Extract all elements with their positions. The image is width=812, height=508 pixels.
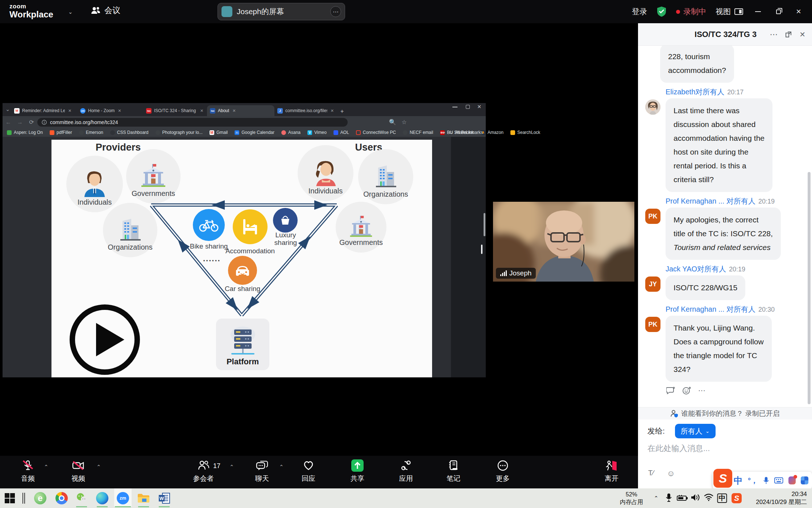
- security-shield-icon[interactable]: [656, 6, 667, 17]
- chat-messages[interactable]: 228, tourism accommodation? Elizabeth对所有…: [638, 46, 812, 407]
- bookmark-item[interactable]: Photograph your lo...: [156, 130, 203, 135]
- bookmark-item[interactable]: Emerson: [79, 130, 103, 135]
- add-reaction-icon[interactable]: [682, 386, 692, 395]
- browser-tab[interactable]: J committee.iso.org/files/live/site✕: [274, 105, 337, 116]
- more-button[interactable]: 更多: [481, 459, 525, 483]
- send-to-selector[interactable]: 所有人 ⌄: [675, 424, 716, 438]
- login-button[interactable]: 登录: [632, 7, 647, 17]
- tray-speaker-icon[interactable]: [691, 493, 700, 502]
- bookmark-item[interactable]: pdfFiller: [50, 130, 72, 135]
- bookmark-item[interactable]: SearchLock: [510, 130, 540, 135]
- zoom-page-icon[interactable]: 🔍: [387, 119, 398, 126]
- participant-video-joseph[interactable]: Joseph: [493, 202, 634, 282]
- browser-restore-button[interactable]: [466, 105, 470, 109]
- browser-tab[interactable]: iso ISO/TC 324 - Sharing economy✕: [143, 105, 207, 116]
- pop-out-icon[interactable]: [785, 31, 792, 38]
- leave-button[interactable]: 离开: [590, 459, 633, 483]
- all-bookmarks-button[interactable]: ▭All Bookmarks: [449, 130, 483, 135]
- tray-wifi-icon[interactable]: [704, 493, 714, 501]
- bookmarks-overflow-icon[interactable]: »: [443, 130, 445, 135]
- video-options-chevron[interactable]: ⌃: [96, 464, 101, 470]
- tab-close-icon[interactable]: ✕: [68, 108, 71, 113]
- video-button[interactable]: 视频: [57, 459, 100, 483]
- address-bar[interactable]: committee.iso.org/home/tc324: [37, 118, 348, 127]
- share-screen-button[interactable]: 共享: [336, 459, 379, 483]
- reply-icon[interactable]: [666, 386, 676, 395]
- bookmark-item[interactable]: aAmazon: [481, 130, 504, 135]
- chat-close-icon[interactable]: ✕: [799, 30, 805, 39]
- format-text-icon[interactable]: T∕: [648, 469, 654, 478]
- message-input[interactable]: [647, 443, 799, 454]
- ime-language-toggle[interactable]: 中: [734, 475, 743, 487]
- ime-toolbox-icon[interactable]: [801, 476, 808, 484]
- bookmark-item[interactable]: 31Google Calendar: [235, 130, 274, 135]
- forward-icon[interactable]: →: [14, 119, 26, 126]
- recording-indicator[interactable]: 录制中: [676, 7, 706, 17]
- emoji-icon[interactable]: ☺: [667, 469, 675, 478]
- ime-mic-icon[interactable]: [763, 476, 769, 485]
- bookmark-star-icon[interactable]: ☆: [398, 119, 410, 126]
- tab-search-chevron-icon[interactable]: ⌄: [5, 106, 10, 112]
- ime-punctuation-toggle[interactable]: °，: [748, 476, 758, 486]
- back-icon[interactable]: ←: [3, 119, 14, 126]
- tab-close-icon[interactable]: ✕: [331, 108, 334, 113]
- chat-button[interactable]: 聊天: [240, 459, 284, 483]
- taskbar-clock[interactable]: 20:34 2024/10/29 星期二: [756, 490, 807, 506]
- bookmark-item[interactable]: VVimeo: [307, 130, 327, 135]
- close-button[interactable]: ✕: [793, 6, 804, 17]
- privacy-notice[interactable]: 谁能看到你的消息？ 录制已开启: [638, 407, 812, 419]
- bookmark-item[interactable]: Aspen: Log On: [7, 130, 43, 135]
- browser-tab-active[interactable]: iso About✕: [207, 105, 274, 116]
- tab-close-icon[interactable]: ✕: [118, 108, 121, 113]
- bookmark-item[interactable]: MGmail: [210, 130, 228, 135]
- browser-tab[interactable]: M Reminder: Admired Leadership✕: [11, 105, 77, 116]
- taskbar-wechat[interactable]: [74, 491, 89, 505]
- sender-name[interactable]: Jack YAO: [666, 265, 697, 273]
- tray-sogou-icon[interactable]: S: [732, 493, 742, 503]
- memory-usage[interactable]: 52% 内存占用: [616, 491, 647, 506]
- site-info-icon[interactable]: [42, 120, 47, 125]
- chat-options-chevron[interactable]: ⌃: [279, 464, 284, 470]
- tray-ime-indicator[interactable]: 中: [717, 493, 727, 503]
- restore-button[interactable]: [773, 6, 784, 17]
- tab-close-icon[interactable]: ✕: [232, 108, 236, 113]
- sender-name[interactable]: Prof Kernaghan ...: [666, 197, 724, 205]
- bookmark-item[interactable]: Asana: [281, 130, 301, 135]
- apps-button[interactable]: 应用: [384, 459, 428, 483]
- taskbar-zoom[interactable]: zm: [116, 491, 130, 505]
- taskbar-edge[interactable]: [95, 491, 109, 505]
- ime-skin-icon[interactable]: [788, 476, 796, 484]
- bookmark-item[interactable]: CSS Dashboard: [110, 130, 149, 135]
- audio-options-chevron[interactable]: ⌃: [44, 464, 49, 470]
- participants-options-chevron[interactable]: ⌃: [229, 464, 234, 470]
- tray-expand-chevron[interactable]: ⌃: [654, 495, 659, 501]
- sender-name[interactable]: Elizabeth: [666, 88, 695, 96]
- bookmark-item[interactable]: ConnectWise PC: [356, 130, 396, 135]
- message-more-icon[interactable]: ⋯: [698, 386, 705, 395]
- scrollbar-handle[interactable]: [484, 213, 485, 236]
- browser-tab[interactable]: zm Home - Zoom✕: [77, 105, 143, 116]
- ime-toolbar[interactable]: S 中 °，: [713, 472, 812, 488]
- view-button[interactable]: 视图: [716, 7, 743, 17]
- chevron-down-icon[interactable]: ⌄: [68, 9, 73, 15]
- tab-close-icon[interactable]: ✕: [200, 108, 203, 113]
- taskbar-word[interactable]: W: [157, 491, 171, 505]
- taskbar-360-browser[interactable]: e: [33, 491, 47, 505]
- tray-battery-icon[interactable]: [677, 495, 688, 501]
- tray-mic-icon[interactable]: [666, 493, 672, 503]
- chat-scrollbar[interactable]: [808, 172, 811, 404]
- tab-more-icon[interactable]: ⋯: [330, 6, 341, 17]
- minimize-button[interactable]: [753, 6, 763, 17]
- sender-name[interactable]: Prof Kernaghan ...: [666, 305, 724, 313]
- start-button[interactable]: [3, 491, 17, 505]
- browser-minimize-button[interactable]: [452, 107, 457, 107]
- shared-screen-tab[interactable]: Joseph的屏幕 ⋯: [218, 3, 345, 20]
- bookmark-item[interactable]: AOL: [334, 130, 349, 135]
- reload-icon[interactable]: ⟳: [26, 119, 37, 126]
- taskbar-chrome[interactable]: [54, 491, 69, 505]
- chat-more-icon[interactable]: ⋯: [770, 30, 778, 39]
- play-button[interactable]: [70, 304, 140, 375]
- taskbar-explorer[interactable]: [136, 491, 151, 505]
- notes-button[interactable]: 笔记: [432, 459, 475, 483]
- browser-close-button[interactable]: ✕: [477, 104, 481, 110]
